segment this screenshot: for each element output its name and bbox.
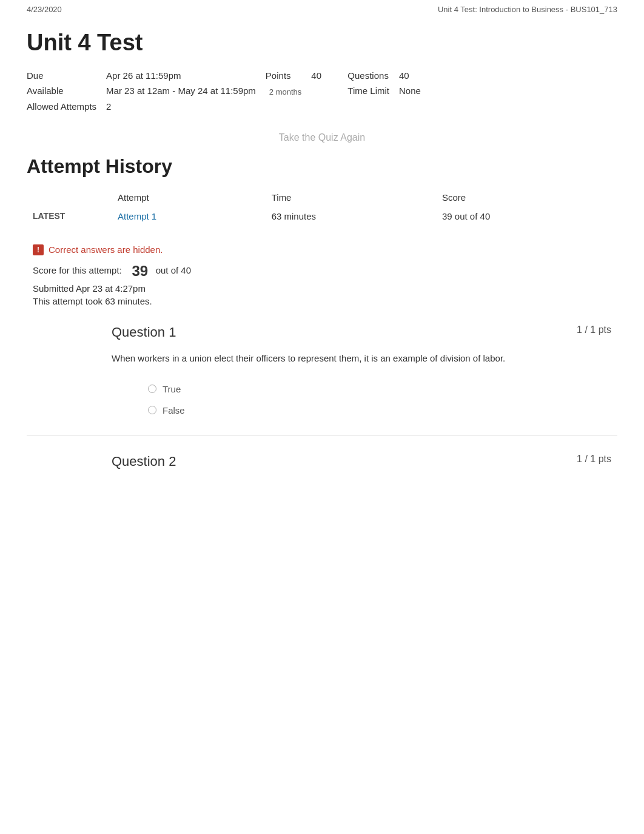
points-value: 40 [311,68,347,83]
attempt-1-link[interactable]: Attempt 1 [118,211,156,221]
attempt-history-title: Attempt History [27,155,617,178]
main-content: Unit 4 Test Due Apr 26 at 11:59pm Points… [0,19,644,511]
time-limit-value: None [399,83,431,99]
question-2-pts: 1 / 1 pts [577,454,611,465]
answer-option-true[interactable]: True [27,380,617,398]
correct-answers-text: Correct answers are hidden. [49,244,163,255]
attempt-col-attempt: Attempt [112,189,266,206]
question-block-2: Question 2 1 / 1 pts [27,448,617,486]
attempt-col-time: Time [266,189,436,206]
attempt-table-header-row: Attempt Time Score [27,189,617,206]
quiz-meta-row-attempts: Allowed Attempts 2 [27,99,431,114]
question-block-1: Question 1 1 / 1 pts When workers in a u… [27,318,617,429]
page-title: Unit 4 Test: Introduction to Business - … [438,5,617,14]
quiz-meta-row-available: Available Mar 23 at 12am - May 24 at 11:… [27,83,431,99]
answer-radio-true [148,385,156,393]
question-1-body: When workers in a union elect their offi… [27,351,617,366]
attempt-history-table: Attempt Time Score LATEST Attempt 1 63 m… [27,189,617,226]
allowed-attempts-label: Allowed Attempts [27,99,106,114]
question-1-title: Question 1 [112,325,176,340]
score-line: Score for this attempt: 39 out of 40 [33,263,617,280]
answer-option-false[interactable]: False [27,402,617,419]
score-section: Score for this attempt: 39 out of 40 Sub… [27,263,617,306]
questions-container: Question 1 1 / 1 pts When workers in a u… [27,318,617,486]
attempt-col-score: Score [436,189,617,206]
allowed-attempts-value: 2 [106,99,229,114]
attempt-col-empty [27,189,112,206]
score-number: 39 [132,263,148,279]
question-2-title: Question 2 [112,454,176,469]
date-label: 4/23/2020 [27,5,62,14]
question-divider-1 [27,435,617,435]
answer-text-true: True [163,384,181,394]
question-2-header: Question 2 1 / 1 pts [27,454,617,469]
question-1-header: Question 1 1 / 1 pts [27,325,617,340]
due-value: Apr 26 at 11:59pm [106,68,229,83]
score-label: Score for this attempt: [33,265,122,275]
top-bar: 4/23/2020 Unit 4 Test: Introduction to B… [0,0,644,19]
attempt-took-line: This attempt took 63 minutes. [33,296,617,306]
due-label: Due [27,68,106,83]
time-limit-label: Time Limit [347,83,399,99]
answer-radio-false [148,406,156,414]
take-quiz-link[interactable]: Take the Quiz Again [27,132,617,143]
available-duration: 2 months [269,87,301,96]
questions-label: Questions [347,68,399,83]
attempt-table-row: LATEST Attempt 1 63 minutes 39 out of 40 [27,206,617,226]
attempt-row-score: 39 out of 40 [436,206,617,226]
score-out-of: out of 40 [156,265,191,275]
quiz-meta-table: Due Apr 26 at 11:59pm Points 40 Question… [27,68,431,114]
available-value: Mar 23 at 12am - May 24 at 11:59pm [106,83,266,99]
correct-answers-notice: ! Correct answers are hidden. [27,244,617,255]
notice-icon: ! [33,244,44,255]
available-label: Available [27,83,106,99]
quiz-meta-row-due: Due Apr 26 at 11:59pm Points 40 Question… [27,68,431,83]
attempt-row-label: LATEST [27,206,112,226]
attempt-row-link[interactable]: Attempt 1 [112,206,266,226]
quiz-title: Unit 4 Test [27,30,617,56]
attempt-row-time: 63 minutes [266,206,436,226]
answer-text-false: False [163,405,185,415]
questions-value: 40 [399,68,431,83]
submitted-line: Submitted Apr 23 at 4:27pm [33,283,617,294]
question-1-pts: 1 / 1 pts [577,325,611,335]
points-label: Points [266,68,311,83]
